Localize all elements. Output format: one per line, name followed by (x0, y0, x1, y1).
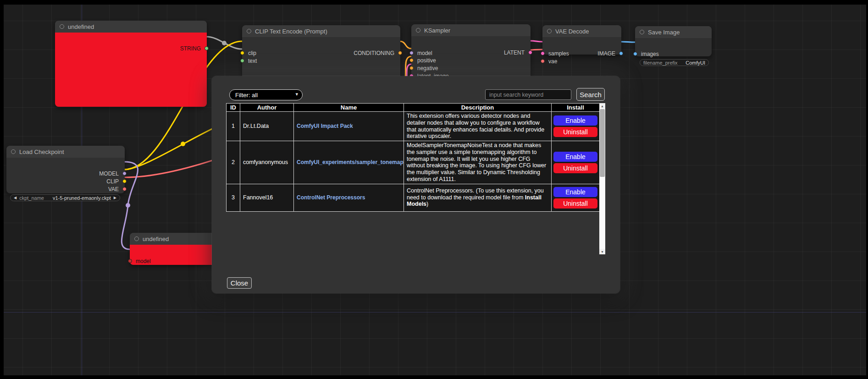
collapse-dot-icon[interactable] (640, 30, 644, 34)
widget-label: ckpt_name (19, 195, 44, 201)
output-port-image[interactable] (619, 51, 623, 55)
node-title: VAE Decode (555, 28, 589, 35)
node-title: undefined (143, 236, 169, 242)
cell-author: Dr.Lt.Data (240, 112, 294, 141)
scroll-down-icon[interactable]: ▼ (599, 249, 605, 254)
cell-install: Enable Uninstall (552, 112, 600, 141)
input-label: negative (417, 65, 438, 71)
scrollbar-thumb[interactable] (600, 109, 605, 177)
output-slot-model: MODEL (6, 170, 125, 177)
cell-install: Enable Uninstall (552, 184, 600, 211)
node-body: STRING (55, 33, 207, 107)
node-body: samples vae IMAGE (542, 37, 621, 55)
node-header[interactable]: Load Checkpoint (6, 146, 125, 158)
enable-button[interactable]: Enable (553, 187, 597, 197)
node-save-image[interactable]: Save Image images filename_prefix ComfyU… (635, 26, 712, 56)
output-slot-clip: CLIP (6, 178, 125, 185)
node-header[interactable]: KSampler (411, 24, 531, 36)
widget-value: v1-5-pruned-emaonly.ckpt (53, 195, 111, 201)
link-midpoint-dot[interactable] (222, 41, 227, 45)
search-input[interactable] (485, 89, 571, 100)
output-port-model[interactable] (122, 171, 127, 176)
extensions-table: ID Author Name Description Install 1 Dr.… (226, 103, 600, 212)
input-port-images[interactable] (633, 52, 637, 56)
list-scrollbar[interactable]: ▲ ▼ (599, 103, 605, 254)
output-port-clip[interactable] (122, 179, 127, 183)
node-header[interactable]: Save Image (635, 26, 712, 38)
wire-latent-to-samples (530, 41, 542, 42)
uninstall-button[interactable]: Uninstall (553, 163, 597, 173)
filename-prefix-widget[interactable]: filename_prefix ComfyUI (640, 59, 709, 66)
node-header[interactable]: CLIP Text Encode (Prompt) (242, 25, 400, 37)
node-title: Load Checkpoint (19, 148, 64, 155)
node-header[interactable]: undefined (55, 21, 207, 33)
input-slot-model: model (130, 258, 217, 265)
collapse-dot-icon[interactable] (247, 29, 251, 33)
node-header[interactable]: undefined (130, 233, 217, 245)
collapse-dot-icon[interactable] (60, 24, 64, 29)
extension-link[interactable]: ComfyUI Impact Pack (297, 123, 353, 129)
cell-description: This extension offers various detector n… (404, 112, 552, 141)
node-load-checkpoint[interactable]: Load Checkpoint MODEL CLIP VAE ◀ ckpt_na (6, 146, 125, 193)
output-port-conditioning[interactable] (398, 51, 402, 55)
collapse-dot-icon[interactable] (547, 29, 552, 33)
output-slot-latent: LATENT (411, 49, 531, 56)
node-undefined-top[interactable]: undefined STRING (55, 21, 207, 107)
description-text: ) (426, 201, 428, 207)
cell-description: ControlNet Preprocessors. (To use this e… (404, 184, 552, 211)
input-slot-images: images (635, 50, 712, 58)
enable-button[interactable]: Enable (553, 152, 597, 162)
filter-select[interactable]: Filter: all (229, 89, 303, 100)
enable-button[interactable]: Enable (553, 115, 597, 126)
close-button[interactable]: Close (227, 277, 252, 289)
window-frame-edge (0, 0, 868, 5)
node-title: undefined (68, 23, 94, 30)
output-label: STRING (180, 45, 201, 52)
uninstall-button[interactable]: Uninstall (553, 127, 597, 137)
output-label: VAE (108, 186, 119, 192)
node-title: Save Image (648, 29, 680, 36)
output-label: CLIP (106, 178, 119, 185)
cell-name: ComfyUI_experiments/sampler_tonemap (294, 141, 404, 184)
output-slot-conditioning: CONDITIONING (242, 49, 400, 57)
node-header[interactable]: VAE Decode (542, 25, 621, 37)
increment-icon[interactable]: ▶ (114, 196, 116, 200)
node-body: MODEL CLIP VAE ◀ ckpt_name v1-5-pruned-e… (6, 158, 125, 193)
node-undefined-bottom[interactable]: undefined model (130, 233, 217, 265)
cell-id: 1 (227, 112, 240, 141)
output-port-string[interactable] (205, 46, 209, 50)
node-body: model (130, 245, 217, 265)
node-title: KSampler (424, 27, 450, 34)
collapse-dot-icon[interactable] (134, 236, 139, 241)
link-midpoint-dot[interactable] (181, 142, 185, 146)
extension-link[interactable]: ControlNet Preprocessors (297, 194, 365, 201)
window-frame-edge (866, 0, 868, 379)
input-port-model[interactable] (128, 259, 132, 263)
output-port-vae[interactable] (122, 187, 127, 191)
col-header-author: Author (240, 104, 294, 112)
custom-nodes-manager-dialog: Filter: all ▾ Search ID Author Name Desc… (212, 76, 620, 293)
input-port-positive[interactable] (409, 58, 414, 62)
search-button[interactable]: Search (576, 88, 605, 101)
uninstall-button[interactable]: Uninstall (553, 198, 597, 209)
output-port-latent[interactable] (528, 50, 532, 55)
input-port-negative[interactable] (409, 66, 414, 70)
collapse-dot-icon[interactable] (416, 28, 420, 33)
input-port-vae[interactable] (541, 59, 545, 63)
table-row: 1 Dr.Lt.Data ComfyUI Impact Pack This ex… (227, 112, 600, 141)
link-midpoint-dot[interactable] (126, 203, 130, 208)
collapse-dot-icon[interactable] (11, 149, 16, 154)
input-port-text[interactable] (240, 59, 244, 63)
cell-author: Fannovel16 (240, 184, 294, 211)
cell-description: ModelSamplerTonemapNoiseTest a node that… (404, 141, 552, 184)
input-label: vae (548, 58, 557, 65)
decrement-icon[interactable]: ◀ (14, 196, 17, 200)
table-row: 2 comfyanonymous ComfyUI_experiments/sam… (227, 141, 600, 184)
extension-link[interactable]: ComfyUI_experiments/sampler_tonemap (297, 159, 404, 165)
table-header-row: ID Author Name Description Install (227, 104, 600, 112)
node-vae-decode[interactable]: VAE Decode samples vae IMAGE (542, 25, 621, 55)
scroll-up-icon[interactable]: ▲ (599, 103, 605, 109)
ckpt-name-widget[interactable]: ◀ ckpt_name v1-5-pruned-emaonly.ckpt ▶ (10, 194, 120, 201)
node-title: CLIP Text Encode (Prompt) (255, 28, 327, 35)
col-header-description: Description (404, 104, 552, 112)
